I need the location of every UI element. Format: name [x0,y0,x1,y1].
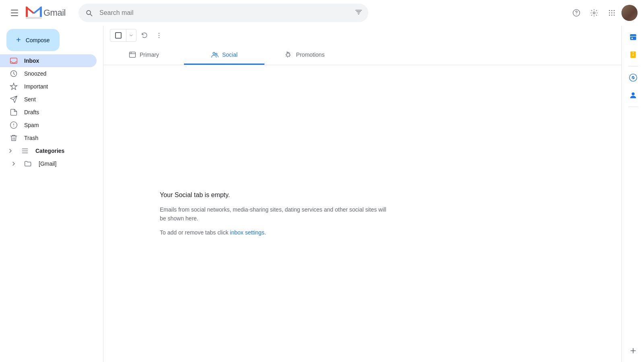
igmail-expand-icon [10,160,18,168]
keep-button[interactable] [625,47,641,63]
contacts-button[interactable] [625,87,641,103]
sidebar-item-snoozed[interactable]: Snoozed [0,67,97,80]
search-input[interactable] [78,4,368,22]
settings-button[interactable] [586,5,602,21]
categories-expand-icon [6,147,14,155]
svg-point-20 [159,35,159,36]
inbox-tabs: Primary Social [103,45,621,65]
hamburger-icon [11,10,18,16]
sidebar-item-spam[interactable]: Spam [0,119,97,132]
empty-state-link-text: To add or remove tabs click inbox settin… [160,229,266,236]
menu-button[interactable] [6,5,23,21]
svg-rect-30 [633,52,634,53]
categories-icon [21,147,29,155]
tab-promotions[interactable]: Promotions [264,45,345,65]
calendar-button[interactable] [625,29,641,45]
empty-state-title: Your Social tab is empty. [160,191,230,199]
sent-icon [10,95,18,103]
sidebar-item-categories[interactable]: Categories [0,144,97,157]
select-checkbox-button[interactable] [110,29,136,42]
inbox-settings-link[interactable]: inbox settings [230,229,264,236]
categories-label: Categories [35,148,64,154]
refresh-icon [141,32,148,39]
tab-primary[interactable]: Primary [103,45,184,65]
svg-point-9 [614,10,615,11]
apps-button[interactable] [604,5,620,21]
app-layout: + Compose Inbox Snoozed [0,26,644,362]
svg-point-12 [614,12,615,14]
right-sidebar-divider [628,66,638,66]
svg-point-5 [576,14,577,15]
svg-point-11 [611,12,613,14]
social-empty-state: Your Social tab is empty. Emails from so… [136,65,417,362]
important-icon [10,82,18,90]
settings-icon [590,9,598,17]
apps-icon [608,9,616,17]
igmail-label: [Gmail] [39,160,90,167]
add-icon [629,347,637,355]
svg-point-15 [614,15,615,16]
search-icon [85,9,93,17]
topbar: Gmail [0,0,644,26]
social-tab-label: Social [222,51,237,58]
primary-tab-label: Primary [140,51,159,58]
spam-icon [10,121,18,129]
svg-rect-3 [26,17,42,19]
drafts-label: Drafts [24,109,90,115]
right-sidebar-divider-2 [628,107,638,107]
avatar[interactable] [621,5,638,21]
right-sidebar [621,26,644,362]
toolbar [103,26,621,45]
inbox-label: Inbox [24,58,90,64]
app-name: Gmail [43,8,66,18]
inbox-icon [10,57,18,65]
promotions-tab-icon [285,51,293,59]
tasks-button[interactable] [625,70,641,86]
calendar-icon [629,33,637,41]
svg-point-8 [611,10,613,11]
sidebar-item-drafts[interactable]: Drafts [0,106,97,119]
social-tab-icon [211,51,219,59]
svg-point-21 [159,37,159,38]
more-options-button[interactable] [153,29,165,42]
sidebar-item-igmail[interactable]: [Gmail] [0,157,97,170]
help-button[interactable] [568,5,584,21]
drafts-icon [10,108,18,116]
main-content: Primary Social [103,26,621,362]
svg-point-6 [593,12,595,14]
add-apps-button[interactable] [625,343,641,359]
svg-point-33 [632,93,634,95]
trash-label: Trash [24,135,90,141]
checkbox-area [110,29,126,42]
svg-point-23 [213,52,215,54]
sidebar-item-trash[interactable]: Trash [0,132,97,144]
svg-rect-22 [129,52,135,57]
empty-link-suffix: . [264,229,266,236]
tasks-icon [629,73,638,82]
trash-icon [10,134,18,142]
sidebar-item-sent[interactable]: Sent [0,93,97,106]
compose-button[interactable]: + Compose [6,29,60,51]
svg-rect-26 [630,34,636,36]
igmail-folder-icon [24,160,32,168]
spam-label: Spam [24,122,90,128]
refresh-button[interactable] [138,29,151,42]
select-dropdown-chevron [126,29,136,42]
filter-icon[interactable] [355,9,363,17]
sent-label: Sent [24,96,90,103]
gmail-logo[interactable]: Gmail [26,5,66,21]
more-vertical-icon [155,32,163,39]
svg-point-7 [609,10,610,11]
sidebar-item-important[interactable]: Important [0,80,97,93]
tab-social[interactable]: Social [184,45,264,65]
sidebar: + Compose Inbox Snoozed [0,26,103,362]
help-icon [572,9,580,17]
svg-point-13 [609,15,610,16]
compose-label: Compose [26,37,50,43]
compose-plus-icon: + [16,35,21,45]
sidebar-item-inbox[interactable]: Inbox [0,54,97,67]
svg-point-19 [159,33,159,34]
contacts-icon [629,91,638,100]
search-bar [78,4,368,22]
keep-icon [629,51,637,59]
